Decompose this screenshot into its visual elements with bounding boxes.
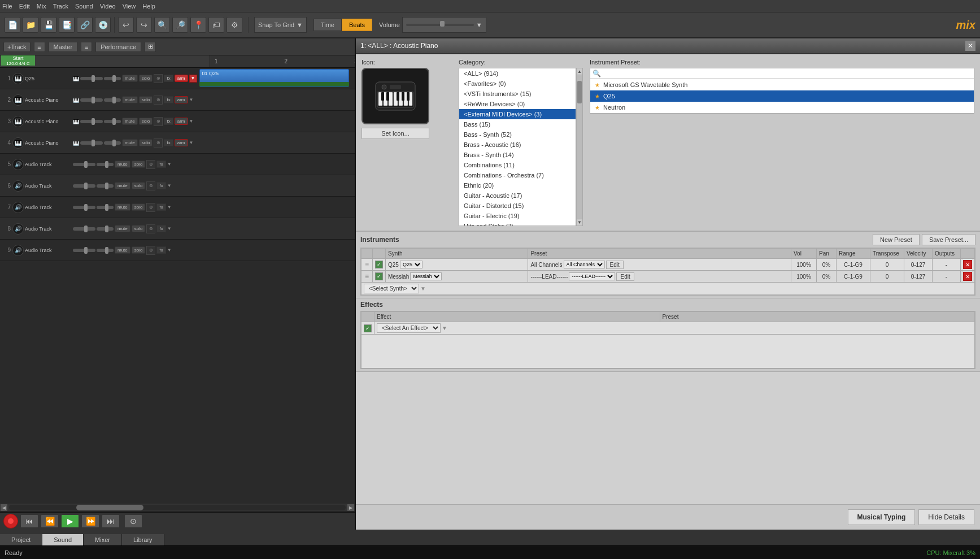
menu-video[interactable]: Video [100, 3, 116, 10]
set-icon-button[interactable]: Set Icon... [361, 128, 429, 139]
burn-icon[interactable]: 💿 [95, 17, 111, 33]
volume-slider-2[interactable] [80, 120, 103, 123]
piano-button-2[interactable]: 🎹 [73, 119, 79, 124]
track-dropdown-icon-3[interactable]: ▼ [189, 140, 194, 145]
mute-button-8[interactable]: mute [115, 246, 130, 254]
fx-button-1[interactable]: fx [164, 96, 173, 103]
piano-button-0[interactable]: 🎹 [73, 76, 79, 81]
arm-button-3[interactable]: arm [175, 139, 188, 146]
track-dropdown-icon-7[interactable]: ▼ [167, 226, 172, 231]
category-item-6[interactable]: Bass - Synth (52) [459, 129, 576, 140]
mute-button-5[interactable]: mute [115, 182, 130, 189]
scroll-thumb[interactable] [76, 505, 143, 510]
volume-thumb-8[interactable] [84, 247, 88, 254]
volume-thumb-7[interactable] [84, 226, 88, 232]
loop-button[interactable]: ⊙ [124, 514, 142, 528]
category-item-14[interactable]: Guitar - Electric (19) [459, 211, 576, 221]
go-end-button[interactable]: ⏭ [102, 514, 120, 528]
select-effect-dropdown[interactable]: <Select An Effect> [377, 323, 441, 333]
redo-icon[interactable]: ↪ [136, 17, 152, 33]
fast-forward-button[interactable]: ⏩ [81, 514, 99, 528]
snap-dropdown[interactable]: Snap To Grid ▼ [254, 17, 307, 33]
fx-routing-icon-2[interactable]: ⊛ [154, 117, 163, 126]
arm-dropdown-icon-0[interactable]: ▼ [189, 75, 197, 83]
go-start-button[interactable]: ⏮ [20, 514, 38, 528]
volume-thumb-3[interactable] [92, 140, 95, 146]
volume-slider-1[interactable] [80, 98, 103, 102]
master-button[interactable]: Master [49, 42, 78, 52]
mute-button-3[interactable]: mute [122, 139, 138, 146]
time-button[interactable]: Time [313, 19, 342, 31]
menu-file[interactable]: File [2, 3, 12, 10]
track-list-icon[interactable]: ≡ [34, 42, 45, 52]
fx-button-0[interactable]: fx [164, 75, 173, 82]
volume-thumb-2[interactable] [92, 118, 95, 125]
fx-routing-icon-6[interactable]: ⊛ [146, 203, 155, 212]
share-icon[interactable]: 🔗 [77, 17, 93, 33]
preset-item-2[interactable]: ★Neutron [590, 102, 974, 113]
category-item-4[interactable]: <External MIDI Devices> (3) [459, 109, 576, 119]
solo-button-2[interactable]: solo [139, 118, 153, 125]
solo-button-1[interactable]: solo [139, 96, 153, 103]
preset-search-input[interactable] [603, 70, 972, 77]
fx-routing-icon-7[interactable]: ⊛ [146, 224, 155, 233]
tab-library[interactable]: Library [122, 534, 164, 545]
pan-thumb-2[interactable] [112, 118, 116, 125]
synth-dropdown-2[interactable]: Messiah [410, 272, 442, 280]
enable-checkbox-1[interactable]: ✓ [375, 261, 383, 268]
pan-thumb-4[interactable] [105, 161, 108, 168]
select-synth-dropdown[interactable]: <Select Synth> [364, 284, 419, 293]
solo-button-8[interactable]: solo [132, 246, 146, 254]
new-icon[interactable]: 📄 [5, 17, 20, 33]
pan-slider-6[interactable] [97, 206, 114, 209]
pan-thumb-7[interactable] [105, 226, 108, 232]
fx-routing-icon-5[interactable]: ⊛ [146, 181, 155, 190]
pan-thumb-6[interactable] [105, 204, 108, 211]
category-item-10[interactable]: Combinations - Orchestra (7) [459, 170, 576, 180]
category-scrollbar[interactable]: ▲ ▼ [576, 68, 583, 226]
drag-handle-icon[interactable]: ≡ [365, 261, 369, 268]
remove-button-2[interactable]: ✕ [963, 272, 972, 281]
volume-slider-7[interactable] [73, 227, 95, 231]
fx-button-6[interactable]: fx [156, 203, 165, 211]
arm-button-1[interactable]: arm [175, 96, 188, 103]
category-list[interactable]: <ALL> (914)<Favorites> (0)<VSTi Instrume… [459, 68, 576, 226]
solo-button-0[interactable]: solo [139, 75, 153, 82]
category-item-11[interactable]: Ethnic (20) [459, 180, 576, 190]
menu-sound[interactable]: Sound [75, 3, 93, 10]
volume-thumb-5[interactable] [84, 183, 88, 189]
menu-edit[interactable]: Edit [19, 3, 30, 10]
volume-thumb[interactable] [440, 21, 445, 27]
fx-button-2[interactable]: fx [164, 118, 173, 125]
piano-button-1[interactable]: 🎹 [73, 97, 79, 103]
volume-slider-6[interactable] [73, 206, 95, 209]
effect-checkbox[interactable]: ✓ [364, 324, 372, 332]
category-item-5[interactable]: Bass (15) [459, 119, 576, 129]
undo-icon[interactable]: ↩ [118, 17, 134, 33]
tab-mixer[interactable]: Mixer [84, 534, 122, 545]
menu-help[interactable]: Help [142, 3, 155, 10]
marker2-icon[interactable]: 🏷 [208, 17, 224, 33]
mute-button-6[interactable]: mute [115, 203, 130, 211]
fx-button-7[interactable]: fx [156, 225, 165, 232]
volume-thumb-0[interactable] [92, 75, 95, 82]
fx-routing-icon-4[interactable]: ⊛ [146, 160, 155, 169]
horizontal-scrollbar[interactable]: ◀ ▶ [0, 504, 355, 512]
pan-slider-0[interactable] [104, 77, 121, 80]
volume-thumb-4[interactable] [84, 161, 88, 168]
solo-button-6[interactable]: solo [132, 203, 146, 211]
scroll-right-icon[interactable]: ▶ [347, 504, 355, 512]
pan-thumb-1[interactable] [112, 97, 116, 103]
volume-dropdown[interactable]: ▼ [402, 17, 486, 33]
cat-scroll-down-icon[interactable]: ▼ [577, 219, 582, 226]
volume-thumb-1[interactable] [92, 97, 95, 103]
category-item-8[interactable]: Brass - Synth (14) [459, 150, 576, 160]
pan-slider-4[interactable] [97, 163, 114, 166]
scroll-left-icon[interactable]: ◀ [0, 504, 8, 512]
pan-slider-5[interactable] [97, 184, 114, 188]
track-dropdown-icon-2[interactable]: ▼ [189, 119, 194, 124]
pan-thumb-3[interactable] [112, 140, 116, 146]
rewind-button[interactable]: ⏪ [41, 514, 59, 528]
pan-thumb-8[interactable] [105, 247, 108, 254]
solo-button-5[interactable]: solo [132, 182, 146, 189]
